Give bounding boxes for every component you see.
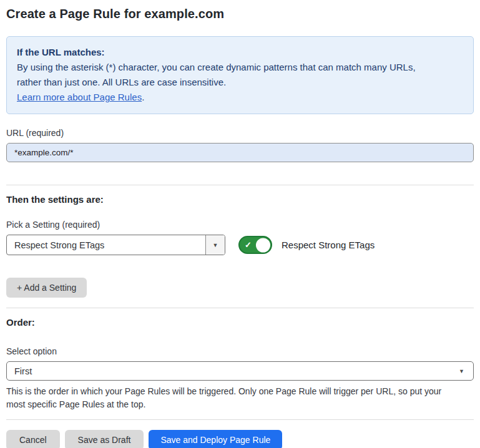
dropdown-arrow-button[interactable]: ▼ xyxy=(205,235,225,255)
toggle-check-icon: ✓ xyxy=(245,240,252,250)
order-help-text: This is the order in which your Page Rul… xyxy=(6,385,474,411)
divider xyxy=(6,308,474,308)
settings-section-heading: Then the settings are: xyxy=(6,194,474,205)
setting-row: Respect Strong ETags ▼ ✓ Respect Strong … xyxy=(6,235,474,255)
page-title: Create a Page Rule for example.com xyxy=(6,7,474,21)
order-help-line: most specific Page Rules at the top. xyxy=(6,398,474,411)
link-suffix: . xyxy=(142,92,144,102)
order-help-line: This is the order in which your Page Rul… xyxy=(6,385,474,398)
order-section-heading: Order: xyxy=(6,317,474,328)
toggle-label: Respect Strong ETags xyxy=(282,240,375,250)
learn-more-link[interactable]: Learn more about Page Rules xyxy=(17,92,142,102)
setting-dropdown[interactable]: Respect Strong ETags ▼ xyxy=(6,235,225,255)
url-input[interactable] xyxy=(6,143,474,162)
order-select-label: Select option xyxy=(6,346,474,356)
setting-dropdown-value: Respect Strong ETags xyxy=(7,235,205,255)
url-match-info-callout: If the URL matches: By using the asteris… xyxy=(6,36,474,114)
toggle-knob xyxy=(256,238,270,252)
info-body-line: By using the asterisk (*) character, you… xyxy=(17,60,463,75)
order-dropdown-value: First xyxy=(14,366,32,376)
save-and-deploy-button[interactable]: Save and Deploy Page Rule xyxy=(149,430,282,448)
divider xyxy=(6,185,474,185)
cancel-button[interactable]: Cancel xyxy=(6,430,60,448)
save-as-draft-button[interactable]: Save as Draft xyxy=(65,430,144,448)
form-actions: Cancel Save as Draft Save and Deploy Pag… xyxy=(6,430,474,448)
divider xyxy=(6,419,474,420)
info-link-line: Learn more about Page Rules. xyxy=(17,90,463,105)
chevron-down-icon: ▼ xyxy=(459,368,464,374)
add-setting-button[interactable]: + Add a Setting xyxy=(6,278,87,298)
info-body-line: rather than just one. All URLs are case … xyxy=(17,75,463,90)
order-dropdown[interactable]: First ▼ xyxy=(6,361,474,381)
url-field-label: URL (required) xyxy=(6,128,474,138)
setting-toggle[interactable]: ✓ xyxy=(238,236,272,254)
page-rule-form: Create a Page Rule for example.com If th… xyxy=(0,7,480,448)
pick-setting-label: Pick a Setting (required) xyxy=(6,220,474,230)
chevron-down-icon: ▼ xyxy=(213,242,218,248)
info-heading: If the URL matches: xyxy=(17,45,463,60)
